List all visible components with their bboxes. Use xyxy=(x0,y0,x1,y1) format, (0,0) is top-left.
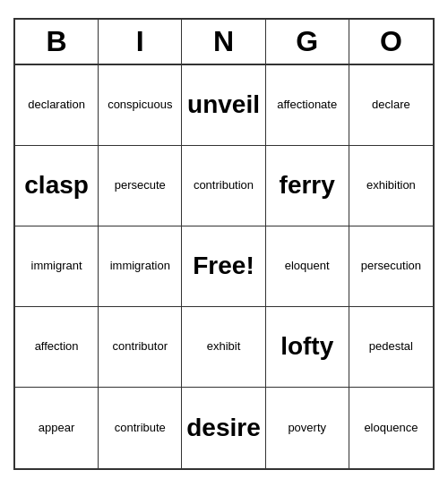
header-g: G xyxy=(266,20,349,64)
bingo-header: B I N G O xyxy=(15,20,433,65)
bingo-cell-4[interactable]: declare xyxy=(349,65,433,146)
bingo-cell-17[interactable]: exhibit xyxy=(182,307,265,388)
bingo-cell-18[interactable]: lofty xyxy=(266,307,349,388)
bingo-grid: declarationconspicuousunveilaffectionate… xyxy=(15,65,433,468)
bingo-cell-0[interactable]: declaration xyxy=(15,65,99,146)
bingo-cell-12[interactable]: Free! xyxy=(182,226,265,307)
bingo-cell-8[interactable]: ferry xyxy=(266,146,349,226)
bingo-cell-13[interactable]: eloquent xyxy=(266,226,349,307)
header-i: I xyxy=(99,20,182,64)
bingo-card: B I N G O declarationconspicuousunveilaf… xyxy=(13,18,435,470)
bingo-cell-9[interactable]: exhibition xyxy=(349,146,433,226)
bingo-cell-3[interactable]: affectionate xyxy=(266,65,349,146)
bingo-cell-1[interactable]: conspicuous xyxy=(99,65,182,146)
bingo-cell-23[interactable]: poverty xyxy=(266,388,349,468)
bingo-cell-2[interactable]: unveil xyxy=(182,65,265,146)
bingo-cell-21[interactable]: contribute xyxy=(99,388,182,468)
bingo-cell-7[interactable]: contribution xyxy=(182,146,265,226)
header-o: O xyxy=(349,20,433,64)
header-n: N xyxy=(182,20,265,64)
header-b: B xyxy=(15,20,99,64)
bingo-cell-14[interactable]: persecution xyxy=(349,226,433,307)
bingo-cell-20[interactable]: appear xyxy=(15,388,99,468)
bingo-cell-19[interactable]: pedestal xyxy=(349,307,433,388)
bingo-cell-24[interactable]: eloquence xyxy=(349,388,433,468)
bingo-cell-11[interactable]: immigration xyxy=(99,226,182,307)
bingo-cell-10[interactable]: immigrant xyxy=(15,226,99,307)
bingo-cell-5[interactable]: clasp xyxy=(15,146,99,226)
bingo-cell-16[interactable]: contributor xyxy=(99,307,182,388)
bingo-cell-15[interactable]: affection xyxy=(15,307,99,388)
bingo-cell-6[interactable]: persecute xyxy=(99,146,182,226)
bingo-cell-22[interactable]: desire xyxy=(182,388,265,468)
